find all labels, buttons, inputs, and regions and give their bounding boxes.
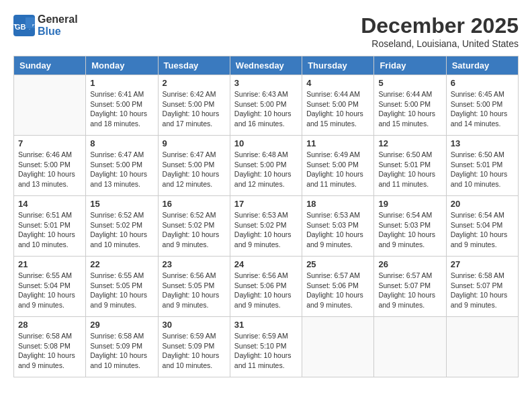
day-number: 3 [234,78,298,88]
day-info: Sunrise: 6:54 AMSunset: 5:04 PMDaylight:… [451,210,514,250]
day-number: 20 [451,199,514,209]
header-wednesday: Wednesday [230,56,302,75]
day-cell: 27Sunrise: 6:58 AMSunset: 5:07 PMDayligh… [446,257,518,317]
day-cell: 25Sunrise: 6:57 AMSunset: 5:06 PMDayligh… [302,257,374,317]
day-info: Sunrise: 6:59 AMSunset: 5:10 PMDaylight:… [234,331,298,371]
day-info: Sunrise: 6:53 AMSunset: 5:03 PMDaylight:… [306,210,369,250]
day-info: Sunrise: 6:59 AMSunset: 5:09 PMDaylight:… [163,331,226,371]
day-cell: 7Sunrise: 6:46 AMSunset: 5:00 PMDaylight… [14,136,86,196]
day-cell: 1Sunrise: 6:41 AMSunset: 5:00 PMDaylight… [86,75,158,136]
day-number: 19 [378,199,441,209]
day-info: Sunrise: 6:55 AMSunset: 5:05 PMDaylight:… [90,271,153,310]
day-number: 24 [234,259,298,269]
day-number: 8 [90,138,153,148]
header-sunday: Sunday [14,56,86,75]
day-info: Sunrise: 6:43 AMSunset: 5:00 PMDaylight:… [234,89,298,129]
header-tuesday: Tuesday [158,56,230,75]
week-row-1: 1Sunrise: 6:41 AMSunset: 5:00 PMDaylight… [14,75,519,136]
calendar-header-row: SundayMondayTuesdayWednesdayThursdayFrid… [14,56,519,75]
day-cell: 26Sunrise: 6:57 AMSunset: 5:07 PMDayligh… [374,257,446,317]
day-number: 29 [90,320,153,330]
day-number: 14 [18,199,81,209]
day-info: Sunrise: 6:50 AMSunset: 5:01 PMDaylight:… [451,150,514,189]
day-number: 13 [451,138,514,148]
day-number: 26 [378,259,441,269]
day-cell: 10Sunrise: 6:48 AMSunset: 5:00 PMDayligh… [230,136,302,196]
day-cell: 28Sunrise: 6:58 AMSunset: 5:08 PMDayligh… [14,317,86,377]
day-info: Sunrise: 6:52 AMSunset: 5:02 PMDaylight:… [90,210,153,250]
day-number: 21 [18,259,81,269]
day-cell [14,75,86,136]
day-cell: 8Sunrise: 6:47 AMSunset: 5:00 PMDaylight… [86,136,158,196]
day-number: 2 [163,78,226,88]
day-number: 5 [378,78,441,88]
day-number: 15 [90,199,153,209]
day-info: Sunrise: 6:52 AMSunset: 5:02 PMDaylight:… [163,210,226,250]
day-number: 16 [163,199,226,209]
header-saturday: Saturday [446,56,518,75]
day-number: 30 [163,320,226,330]
header-monday: Monday [86,56,158,75]
day-number: 23 [163,259,226,269]
day-cell [446,317,518,377]
day-info: Sunrise: 6:51 AMSunset: 5:01 PMDaylight:… [18,210,81,250]
day-info: Sunrise: 6:47 AMSunset: 5:00 PMDaylight:… [163,150,226,189]
week-row-5: 28Sunrise: 6:58 AMSunset: 5:08 PMDayligh… [14,317,519,377]
day-cell: 18Sunrise: 6:53 AMSunset: 5:03 PMDayligh… [302,196,374,257]
day-cell: 9Sunrise: 6:47 AMSunset: 5:00 PMDaylight… [158,136,230,196]
day-info: Sunrise: 6:41 AMSunset: 5:00 PMDaylight:… [90,89,153,129]
day-info: Sunrise: 6:50 AMSunset: 5:01 PMDaylight:… [378,150,441,189]
day-cell: 15Sunrise: 6:52 AMSunset: 5:02 PMDayligh… [86,196,158,257]
week-row-4: 21Sunrise: 6:55 AMSunset: 5:04 PMDayligh… [14,257,519,317]
day-cell: 31Sunrise: 6:59 AMSunset: 5:10 PMDayligh… [230,317,302,377]
day-number: 1 [90,78,153,88]
day-cell: 11Sunrise: 6:49 AMSunset: 5:00 PMDayligh… [302,136,374,196]
day-number: 10 [234,138,298,148]
day-number: 7 [18,138,81,148]
day-cell: 29Sunrise: 6:58 AMSunset: 5:09 PMDayligh… [86,317,158,377]
day-number: 9 [163,138,226,148]
month-year-title: December 2025 [361,13,519,38]
day-number: 31 [234,320,298,330]
day-number: 6 [451,78,514,88]
day-info: Sunrise: 6:47 AMSunset: 5:00 PMDaylight:… [90,150,153,189]
day-cell: 4Sunrise: 6:44 AMSunset: 5:00 PMDaylight… [302,75,374,136]
day-cell: 21Sunrise: 6:55 AMSunset: 5:04 PMDayligh… [14,257,86,317]
day-info: Sunrise: 6:58 AMSunset: 5:07 PMDaylight:… [451,271,514,310]
day-cell: 14Sunrise: 6:51 AMSunset: 5:01 PMDayligh… [14,196,86,257]
day-number: 22 [90,259,153,269]
day-cell: 24Sunrise: 6:56 AMSunset: 5:06 PMDayligh… [230,257,302,317]
day-info: Sunrise: 6:48 AMSunset: 5:00 PMDaylight:… [234,150,298,189]
day-info: Sunrise: 6:58 AMSunset: 5:09 PMDaylight:… [90,331,153,371]
day-number: 4 [306,78,369,88]
day-cell [374,317,446,377]
day-cell: 13Sunrise: 6:50 AMSunset: 5:01 PMDayligh… [446,136,518,196]
week-row-2: 7Sunrise: 6:46 AMSunset: 5:00 PMDaylight… [14,136,519,196]
day-info: Sunrise: 6:42 AMSunset: 5:00 PMDaylight:… [163,89,226,129]
day-number: 17 [234,199,298,209]
logo: GB General Blue [13,13,78,38]
location-text: Roseland, Louisiana, United States [361,38,519,49]
day-info: Sunrise: 6:56 AMSunset: 5:06 PMDaylight:… [234,271,298,310]
day-cell: 22Sunrise: 6:55 AMSunset: 5:05 PMDayligh… [86,257,158,317]
day-number: 18 [306,199,369,209]
day-number: 11 [306,138,369,148]
page-header: GB General Blue December 2025 Roseland, … [13,13,519,49]
day-info: Sunrise: 6:57 AMSunset: 5:06 PMDaylight:… [306,271,369,310]
day-number: 27 [451,259,514,269]
day-cell: 23Sunrise: 6:56 AMSunset: 5:05 PMDayligh… [158,257,230,317]
day-number: 25 [306,259,369,269]
calendar-table: SundayMondayTuesdayWednesdayThursdayFrid… [13,56,519,377]
day-info: Sunrise: 6:55 AMSunset: 5:04 PMDaylight:… [18,271,81,310]
day-cell [302,317,374,377]
day-info: Sunrise: 6:44 AMSunset: 5:00 PMDaylight:… [306,89,369,129]
day-info: Sunrise: 6:46 AMSunset: 5:00 PMDaylight:… [18,150,81,189]
day-number: 12 [378,138,441,148]
header-friday: Friday [374,56,446,75]
logo-blue-text: Blue [38,26,61,37]
day-info: Sunrise: 6:58 AMSunset: 5:08 PMDaylight:… [18,331,81,371]
day-cell: 5Sunrise: 6:44 AMSunset: 5:00 PMDaylight… [374,75,446,136]
day-info: Sunrise: 6:53 AMSunset: 5:02 PMDaylight:… [234,210,298,250]
day-cell: 17Sunrise: 6:53 AMSunset: 5:02 PMDayligh… [230,196,302,257]
day-cell: 2Sunrise: 6:42 AMSunset: 5:00 PMDaylight… [158,75,230,136]
